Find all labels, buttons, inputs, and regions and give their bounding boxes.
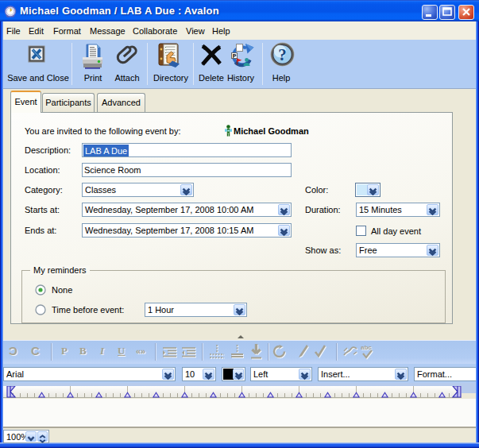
svg-text:P: P <box>233 53 237 59</box>
svg-text:abc: abc <box>361 344 372 351</box>
svg-text:?: ? <box>278 45 287 64</box>
